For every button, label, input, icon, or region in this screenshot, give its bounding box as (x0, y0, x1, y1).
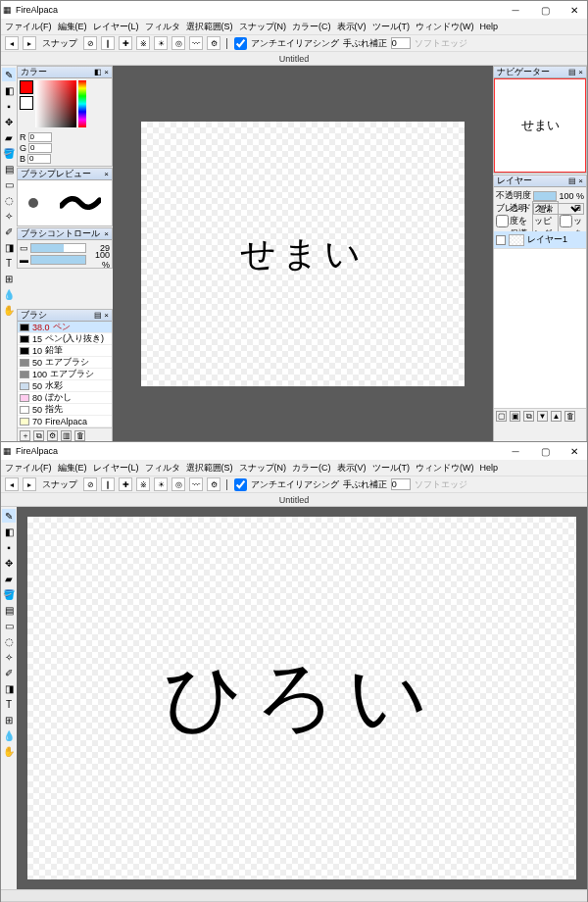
selpen-tool[interactable]: ✐ (2, 225, 16, 238)
selpen-tool[interactable]: ✐ (2, 666, 16, 679)
r-input[interactable] (28, 132, 52, 142)
menu-tool[interactable]: ツール(T) (372, 462, 411, 475)
snap-curve-button[interactable]: 〰 (189, 36, 203, 50)
wand-tool[interactable]: ✧ (2, 650, 16, 664)
panel-menu-icon[interactable]: ▤ (568, 68, 576, 76)
gradient-tool[interactable]: ▤ (2, 162, 16, 175)
brush-row[interactable]: 15ペン(入り抜き) (18, 333, 112, 345)
text-tool[interactable]: T (2, 697, 16, 711)
brush-row[interactable]: 50指先 (18, 404, 112, 416)
close-button[interactable]: ✕ (564, 444, 585, 458)
size-slider[interactable] (30, 243, 86, 253)
brush-row[interactable]: 70FireAlpaca (18, 416, 112, 427)
menu-snap[interactable]: スナップ(N) (239, 462, 287, 475)
snap-off-button[interactable]: ⊘ (83, 477, 97, 491)
menu-window[interactable]: ウィンドウ(W) (416, 21, 474, 33)
navigator-view[interactable]: せまい (494, 78, 586, 173)
menu-file[interactable]: ファイル(F) (5, 21, 52, 33)
protect-checkbox[interactable] (496, 215, 509, 227)
divide-tool[interactable]: ⊞ (2, 713, 16, 727)
antialias-checkbox[interactable] (234, 478, 247, 491)
dup-layer-button[interactable]: ⧉ (523, 411, 534, 422)
brush-folder-button[interactable]: ▥ (61, 430, 72, 441)
brush-tool[interactable]: ✎ (2, 68, 16, 81)
menu-help[interactable]: Help (480, 22, 499, 31)
snap-circle-button[interactable]: ◎ (172, 477, 185, 491)
panel-close-icon[interactable]: × (578, 176, 583, 185)
panel-mode-icon[interactable]: ◧ (94, 68, 102, 76)
brush-row[interactable]: 80ぼかし (18, 392, 112, 404)
move-tool[interactable]: ✥ (2, 115, 16, 128)
hand-tool[interactable]: ✋ (2, 744, 16, 758)
menu-file[interactable]: ファイル(F) (5, 462, 52, 475)
bucket-tool[interactable]: 🪣 (2, 587, 16, 601)
g-input[interactable] (28, 143, 52, 153)
snap-radial-button[interactable]: ☀ (154, 36, 168, 50)
canvas-tab[interactable]: Untitled (1, 52, 587, 66)
layer-opacity-slider[interactable] (533, 191, 557, 201)
panel-menu-icon[interactable]: ▤ (94, 311, 102, 320)
snap-curve-button[interactable]: 〰 (189, 477, 203, 491)
eraser-tool[interactable]: ◧ (2, 525, 16, 538)
fill-tool[interactable]: ▰ (2, 130, 16, 144)
seleraser-tool[interactable]: ◨ (2, 240, 16, 254)
canvas-area[interactable]: せまい (113, 66, 493, 442)
new-folder-button[interactable]: ▣ (510, 411, 520, 422)
brush-row[interactable]: 100エアブラシ (18, 369, 112, 380)
b-input[interactable] (27, 154, 51, 164)
menu-layer[interactable]: レイヤー(L) (93, 21, 139, 33)
select-rect-tool[interactable]: ▭ (2, 177, 16, 191)
snap-circle-button[interactable]: ◎ (172, 36, 185, 50)
maximize-button[interactable]: ▢ (534, 3, 556, 17)
nav-fwd-button[interactable]: ▸ (23, 477, 36, 491)
menu-color[interactable]: カラー(C) (292, 462, 331, 475)
eyedropper-tool[interactable]: 💧 (2, 728, 16, 742)
menu-snap[interactable]: スナップ(N) (239, 21, 287, 33)
eraser-tool[interactable]: ◧ (2, 83, 16, 97)
brush-settings-button[interactable]: ⚙ (47, 430, 58, 441)
snap-vanish-button[interactable]: ※ (136, 36, 150, 50)
fg-swatch[interactable] (20, 80, 33, 94)
panel-menu-icon[interactable]: ▤ (568, 176, 576, 185)
menu-color[interactable]: カラー(C) (292, 21, 331, 33)
eye-icon[interactable] (496, 235, 506, 245)
menu-tool[interactable]: ツール(T) (372, 21, 411, 33)
layer-up-button[interactable]: ▲ (551, 411, 562, 422)
antialias-checkbox[interactable] (234, 37, 247, 50)
minimize-button[interactable]: ─ (505, 444, 526, 458)
nav-back-button[interactable]: ◂ (5, 36, 19, 50)
menu-filter[interactable]: フィルタ (145, 21, 180, 33)
close-button[interactable]: ✕ (564, 3, 585, 17)
hue-slider[interactable] (78, 80, 86, 127)
select-lasso-tool[interactable]: ◌ (2, 193, 16, 207)
merge-layer-button[interactable]: ▼ (537, 411, 548, 422)
text-tool[interactable]: T (2, 256, 16, 270)
nav-back-button[interactable]: ◂ (5, 477, 19, 491)
menu-select[interactable]: 選択範囲(S) (186, 462, 233, 475)
move-tool[interactable]: ✥ (2, 556, 16, 570)
del-brush-button[interactable]: 🗑 (74, 430, 85, 441)
snap-radial-button[interactable]: ☀ (154, 477, 168, 491)
correction-input[interactable] (391, 37, 411, 49)
snap-parallel-button[interactable]: ∥ (101, 477, 115, 491)
snap-cross-button[interactable]: ✚ (119, 36, 132, 50)
wand-tool[interactable]: ✧ (2, 209, 16, 223)
maximize-button[interactable]: ▢ (534, 444, 556, 458)
menu-window[interactable]: ウィンドウ(W) (416, 462, 474, 475)
divide-tool[interactable]: ⊞ (2, 272, 16, 285)
menu-edit[interactable]: 編集(E) (58, 21, 87, 33)
menu-view[interactable]: 表示(V) (337, 21, 367, 33)
menu-select[interactable]: 選択範囲(S) (186, 21, 233, 33)
menu-view[interactable]: 表示(V) (337, 462, 367, 475)
panel-close-icon[interactable]: × (578, 68, 583, 76)
eyedropper-tool[interactable]: 💧 (2, 287, 16, 301)
minimize-button[interactable]: ─ (505, 3, 526, 17)
hsv-picker[interactable] (35, 80, 76, 127)
correction-input[interactable] (391, 478, 411, 490)
select-lasso-tool[interactable]: ◌ (2, 634, 16, 648)
menu-edit[interactable]: 編集(E) (58, 462, 87, 475)
snap-parallel-button[interactable]: ∥ (101, 36, 115, 50)
canvas-area[interactable]: ひろい (17, 507, 587, 889)
snap-cross-button[interactable]: ✚ (119, 477, 132, 491)
snap-vanish-button[interactable]: ※ (136, 477, 150, 491)
